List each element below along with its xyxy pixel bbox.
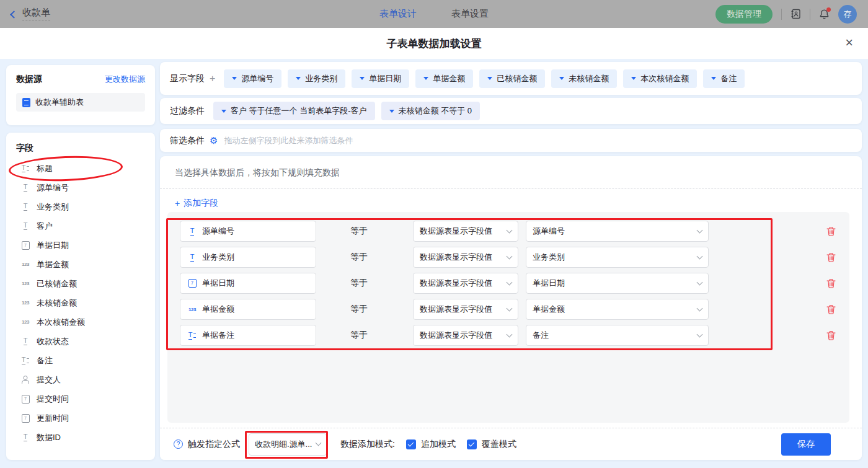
date-field-icon <box>187 279 198 288</box>
formula-value: 收款明细.源单... <box>255 439 312 450</box>
rule-value-select[interactable]: 单据金额 <box>526 299 709 320</box>
delete-rule-button[interactable] <box>826 330 836 340</box>
caret-down-icon <box>296 77 301 80</box>
rule-field-input[interactable]: 单据备注 <box>180 325 316 346</box>
user-avatar[interactable]: 存 <box>838 5 857 24</box>
field-list-item[interactable]: 备注 <box>16 351 145 370</box>
field-list-item[interactable]: 数据ID <box>16 428 145 447</box>
chevron-down-icon <box>507 305 513 311</box>
select-value: 数据源表显示字段值 <box>420 304 492 315</box>
divider <box>781 9 782 20</box>
divider <box>160 188 862 189</box>
display-field-chip[interactable]: 已核销金额 <box>479 69 545 88</box>
field-list-item[interactable]: 更新时间 <box>16 408 145 428</box>
divider <box>810 9 810 20</box>
rule-hint-text: 当选择具体数据后，将按如下规则填充数据 <box>160 156 862 179</box>
rule-source-select[interactable]: 数据源表显示字段值 <box>413 273 518 294</box>
datasource-panel: 数据源 更改数据源 收款单辅助表 <box>6 65 155 125</box>
field-list-item[interactable]: 提交时间 <box>16 389 145 408</box>
text-field-icon <box>20 183 31 192</box>
text-field-icon <box>20 222 31 230</box>
delete-rule-button[interactable] <box>826 304 836 314</box>
notification-bell-icon[interactable] <box>819 9 830 20</box>
checkbox-label: 追加模式 <box>421 439 456 450</box>
select-value: 业务类别 <box>533 252 565 263</box>
field-list-heading: 字段 <box>16 143 33 152</box>
rule-field-label: 单据备注 <box>202 330 234 341</box>
display-field-chip[interactable]: 备注 <box>703 69 745 88</box>
field-label: 单据金额 <box>37 259 69 270</box>
field-list-item[interactable]: 单据金额 <box>16 255 145 274</box>
rule-source-select[interactable]: 数据源表显示字段值 <box>413 299 518 320</box>
rule-source-select[interactable]: 数据源表显示字段值 <box>413 221 518 242</box>
delete-rule-button[interactable] <box>826 226 836 236</box>
chevron-down-icon <box>507 279 513 285</box>
text-field-icon <box>20 337 31 345</box>
field-list-item[interactable]: 客户 <box>16 216 145 236</box>
display-field-chip[interactable]: 单据金额 <box>415 69 473 88</box>
tab-form-design[interactable]: 表单设计 <box>379 8 417 20</box>
add-rule-field-link[interactable]: + 添加字段 <box>175 198 218 209</box>
rule-value-select[interactable]: 单据日期 <box>526 273 709 294</box>
gear-icon[interactable] <box>210 136 218 145</box>
display-field-chip[interactable]: 业务类别 <box>288 69 345 88</box>
rule-value-select[interactable]: 源单编号 <box>526 221 709 242</box>
field-list-item[interactable]: 源单编号 <box>16 178 145 197</box>
delete-rule-button[interactable] <box>826 278 836 288</box>
number-field-icon <box>20 262 31 267</box>
formula-select[interactable]: 收款明细.源单... <box>249 433 327 456</box>
app-root: 收款单 表单设计 表单设置 数据管理 存 子表单数据加载设置 × 数据源 <box>0 0 868 468</box>
rule-row: 源单编号 等于 数据源表显示字段值 源单编号 <box>180 221 849 242</box>
rule-value-select[interactable]: 备注 <box>526 325 709 346</box>
filter-chip[interactable]: 客户 等于任意一个 当前表单字段-客户 <box>213 102 375 120</box>
overwrite-mode-checkbox[interactable]: 覆盖模式 <box>467 439 516 450</box>
field-list-item[interactable]: 未核销金额 <box>16 293 145 312</box>
field-list-item[interactable]: 标题 <box>16 159 145 178</box>
display-field-chip[interactable]: 本次核销金额 <box>623 69 697 88</box>
caret-down-icon <box>487 77 492 80</box>
rule-field-input[interactable]: 源单编号 <box>180 221 316 242</box>
chip-label: 源单编号 <box>241 73 273 84</box>
screening-dropzone[interactable]: 拖动左侧字段到此处来添加筛选条件 <box>224 135 353 146</box>
rule-value-select[interactable]: 业务类别 <box>526 247 709 268</box>
text-field-icon <box>20 433 31 441</box>
rule-source-select[interactable]: 数据源表显示字段值 <box>413 325 518 346</box>
rule-row: 单据日期 等于 数据源表显示字段值 单据日期 <box>180 273 849 294</box>
question-circle-icon[interactable]: ? <box>174 439 183 449</box>
display-field-chip[interactable]: 未核销金额 <box>551 69 617 88</box>
field-list-item[interactable]: 业务类别 <box>16 197 145 216</box>
change-datasource-link[interactable]: 更改数据源 <box>105 74 145 85</box>
field-label: 未核销金额 <box>37 298 77 309</box>
chevron-down-icon <box>697 331 703 337</box>
back-button[interactable]: 收款单 <box>11 7 50 21</box>
screening-conditions-row: 筛选条件 拖动左侧字段到此处来添加筛选条件 <box>160 129 862 152</box>
filter-chip[interactable]: 未核销金额 不等于 0 <box>381 102 480 120</box>
field-list-item[interactable]: 单据日期 <box>16 236 145 255</box>
datasource-item[interactable]: 收款单辅助表 <box>16 93 145 112</box>
data-manage-button[interactable]: 数据管理 <box>715 5 773 24</box>
close-icon[interactable]: × <box>845 34 853 51</box>
rule-source-select[interactable]: 数据源表显示字段值 <box>413 247 518 268</box>
field-list-item[interactable]: 已核销金额 <box>16 274 145 293</box>
field-list-item[interactable]: 提交人 <box>16 370 145 389</box>
delete-rule-button[interactable] <box>826 252 836 262</box>
rule-field-input[interactable]: 单据日期 <box>180 273 316 294</box>
field-list-item[interactable]: 本次核销金额 <box>16 312 145 332</box>
form-name-label: 收款单 <box>22 7 50 21</box>
select-value: 单据日期 <box>533 278 565 289</box>
select-value: 数据源表显示字段值 <box>420 226 492 237</box>
address-book-icon[interactable] <box>790 9 801 19</box>
fill-rules-panel: 当选择具体数据后，将按如下规则填充数据 + 添加字段 源单编号 等于 数据源表显… <box>160 156 862 460</box>
display-field-chip[interactable]: 单据日期 <box>352 69 409 88</box>
display-field-chip[interactable]: 源单编号 <box>224 69 281 88</box>
field-list-item[interactable]: 收款状态 <box>16 332 145 351</box>
save-button[interactable]: 保存 <box>781 433 831 456</box>
append-mode-checkbox[interactable]: 追加模式 <box>406 439 456 450</box>
rule-field-input[interactable]: 业务类别 <box>180 247 316 268</box>
chevron-down-icon <box>697 253 703 259</box>
tab-form-settings[interactable]: 表单设置 <box>451 8 489 20</box>
rule-field-input[interactable]: 单据金额 <box>180 299 316 320</box>
add-display-field-button[interactable]: + <box>210 73 215 84</box>
formula-label: 触发指定公式 <box>188 439 240 450</box>
chip-label: 未核销金额 <box>569 73 609 84</box>
